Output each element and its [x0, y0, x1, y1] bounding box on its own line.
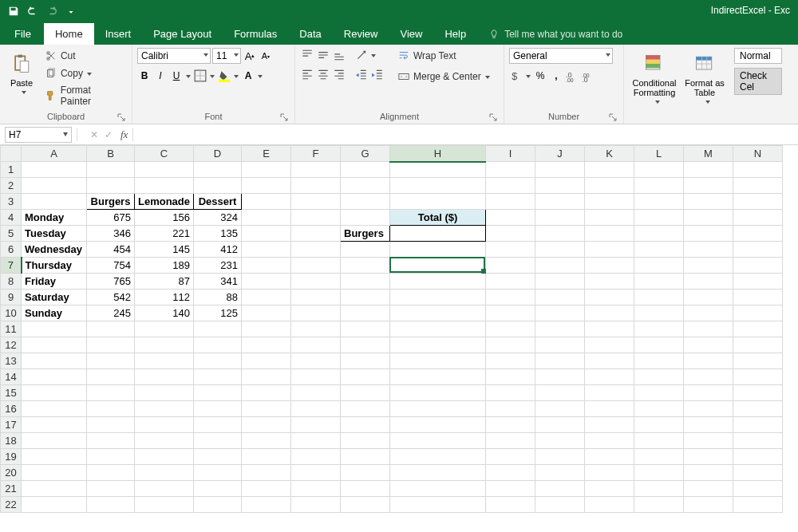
cell-N12[interactable] — [733, 337, 783, 353]
row-header-7[interactable]: 7 — [1, 258, 22, 274]
row-header-3[interactable]: 3 — [1, 194, 22, 210]
cell-E7[interactable] — [242, 258, 291, 274]
cell-C7[interactable]: 189 — [135, 258, 194, 274]
cell-E17[interactable] — [242, 417, 291, 433]
style-normal[interactable]: Normal — [734, 48, 782, 64]
cell-H10[interactable] — [390, 305, 486, 321]
cell-M10[interactable] — [684, 305, 733, 321]
cell-B17[interactable] — [87, 417, 135, 433]
number-format-select[interactable]: General — [509, 48, 613, 64]
cell-M6[interactable] — [684, 242, 733, 258]
cell-J18[interactable] — [535, 433, 585, 449]
cell-G20[interactable] — [341, 465, 390, 481]
format-as-table-button[interactable]: Format as Table — [683, 48, 726, 110]
cell-E15[interactable] — [242, 385, 291, 401]
cell-I19[interactable] — [486, 449, 535, 465]
cell-B6[interactable]: 454 — [87, 242, 135, 258]
cell-M20[interactable] — [684, 465, 733, 481]
cell-J5[interactable] — [535, 226, 585, 242]
cell-F20[interactable] — [291, 465, 341, 481]
cell-F16[interactable] — [291, 401, 341, 417]
cell-A14[interactable] — [22, 369, 87, 385]
cell-N6[interactable] — [733, 242, 783, 258]
cell-N10[interactable] — [733, 305, 783, 321]
cell-D16[interactable] — [194, 401, 242, 417]
cell-J1[interactable] — [535, 162, 585, 178]
row-header-9[interactable]: 9 — [1, 290, 22, 305]
cell-H19[interactable] — [390, 449, 486, 465]
dialog-launcher-icon[interactable] — [280, 113, 288, 121]
cell-I9[interactable] — [486, 290, 535, 305]
cell-K15[interactable] — [585, 385, 634, 401]
cell-M4[interactable] — [684, 210, 733, 226]
cell-H4[interactable]: Total ($) — [390, 210, 486, 226]
cell-A7[interactable]: Thursday — [22, 258, 87, 274]
cell-B14[interactable] — [87, 369, 135, 385]
cell-C14[interactable] — [135, 369, 194, 385]
cell-N15[interactable] — [733, 385, 783, 401]
cell-F14[interactable] — [291, 369, 341, 385]
cell-C2[interactable] — [135, 178, 194, 194]
cell-N20[interactable] — [733, 465, 783, 481]
col-header-K[interactable]: K — [585, 146, 634, 162]
cell-M18[interactable] — [684, 433, 733, 449]
cell-K8[interactable] — [585, 274, 634, 290]
cell-N3[interactable] — [733, 194, 783, 210]
row-header-20[interactable]: 20 — [1, 465, 22, 481]
cell-D14[interactable] — [194, 369, 242, 385]
row-header-17[interactable]: 17 — [1, 417, 22, 433]
cell-L1[interactable] — [634, 162, 684, 178]
cell-I13[interactable] — [486, 353, 535, 369]
cell-N11[interactable] — [733, 321, 783, 337]
cell-G18[interactable] — [341, 433, 390, 449]
cell-N17[interactable] — [733, 417, 783, 433]
cell-G19[interactable] — [341, 449, 390, 465]
cell-E22[interactable] — [242, 497, 291, 513]
cell-F22[interactable] — [291, 497, 341, 513]
decrease-decimal-icon[interactable]: .00.0 — [581, 69, 595, 83]
cell-A15[interactable] — [22, 385, 87, 401]
cell-L2[interactable] — [634, 178, 684, 194]
cell-F3[interactable] — [291, 194, 341, 210]
col-header-A[interactable]: A — [22, 146, 87, 162]
col-header-J[interactable]: J — [535, 146, 585, 162]
cell-N19[interactable] — [733, 449, 783, 465]
name-box[interactable]: H7 — [5, 127, 72, 143]
cell-J9[interactable] — [535, 290, 585, 305]
cell-K2[interactable] — [585, 178, 634, 194]
orientation-icon[interactable] — [354, 48, 369, 62]
col-header-N[interactable]: N — [733, 146, 783, 162]
cell-J2[interactable] — [535, 178, 585, 194]
cell-K17[interactable] — [585, 417, 634, 433]
cell-F4[interactable] — [291, 210, 341, 226]
cell-F5[interactable] — [291, 226, 341, 242]
col-header-H[interactable]: H — [390, 146, 486, 162]
cell-A21[interactable] — [22, 481, 87, 497]
percent-format-icon[interactable]: % — [533, 69, 547, 83]
cell-D15[interactable] — [194, 385, 242, 401]
cell-E3[interactable] — [242, 194, 291, 210]
cell-C12[interactable] — [135, 337, 194, 353]
cell-G4[interactable] — [341, 210, 390, 226]
cell-J8[interactable] — [535, 274, 585, 290]
col-header-B[interactable]: B — [87, 146, 135, 162]
cell-H3[interactable] — [390, 194, 486, 210]
cell-G1[interactable] — [341, 162, 390, 178]
row-header-21[interactable]: 21 — [1, 481, 22, 497]
cell-I16[interactable] — [486, 401, 535, 417]
row-header-5[interactable]: 5 — [1, 226, 22, 242]
cell-F7[interactable] — [291, 258, 341, 274]
cell-L6[interactable] — [634, 242, 684, 258]
cell-A4[interactable]: Monday — [22, 210, 87, 226]
cell-M21[interactable] — [684, 481, 733, 497]
accounting-format-icon[interactable]: $ — [509, 69, 523, 83]
cell-H11[interactable] — [390, 321, 486, 337]
copy-button[interactable]: Copy — [41, 65, 127, 81]
cell-I11[interactable] — [486, 321, 535, 337]
cell-D6[interactable]: 412 — [194, 242, 242, 258]
cell-K3[interactable] — [585, 194, 634, 210]
cell-I3[interactable] — [486, 194, 535, 210]
cell-K20[interactable] — [585, 465, 634, 481]
cell-E20[interactable] — [242, 465, 291, 481]
cell-D3[interactable]: Dessert — [194, 194, 242, 210]
